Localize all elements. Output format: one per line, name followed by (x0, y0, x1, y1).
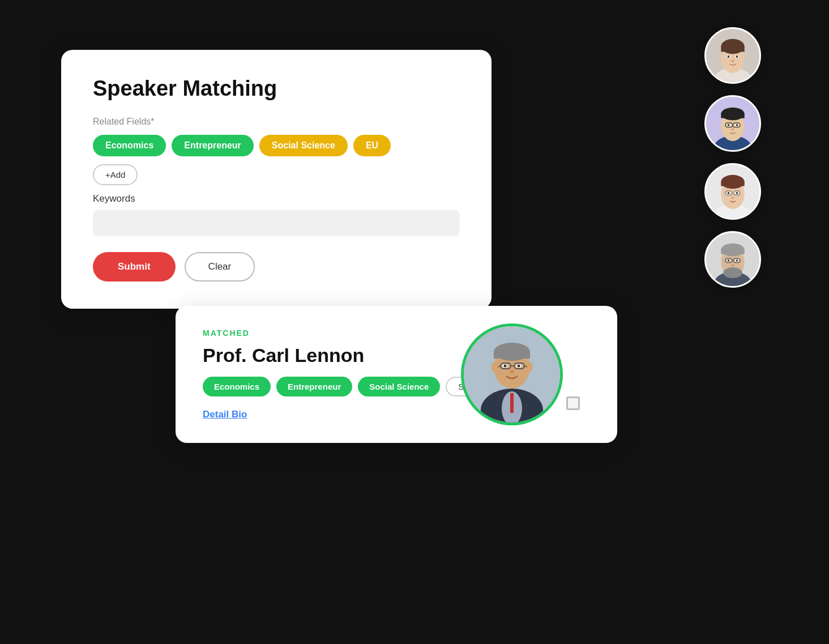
side-avatar-4 (704, 231, 761, 288)
svg-point-16 (510, 370, 514, 373)
avatar-4-svg (706, 233, 759, 286)
related-fields-label: Related Fields* (93, 117, 460, 127)
svg-rect-3 (510, 393, 514, 413)
svg-point-53 (732, 197, 734, 199)
avatars-column (704, 27, 761, 288)
keywords-input[interactable] (93, 210, 460, 236)
svg-point-10 (518, 365, 520, 368)
tag-social-science[interactable]: Social Science (259, 135, 348, 156)
svg-point-26 (728, 56, 730, 58)
side-avatar-1 (704, 27, 761, 84)
svg-point-37 (736, 124, 738, 126)
side-avatar-3 (704, 163, 761, 220)
svg-point-36 (728, 124, 730, 126)
speaker-avatar-ring (461, 323, 563, 425)
svg-point-62 (736, 259, 738, 262)
card-title: Speaker Matching (93, 77, 460, 101)
add-row: +Add (93, 164, 460, 185)
svg-point-18 (527, 362, 533, 372)
svg-point-49 (728, 192, 730, 194)
tags-row: Economics Entrepreneur Social Science EU (93, 135, 460, 156)
side-avatar-2 (704, 95, 761, 152)
svg-point-57 (721, 244, 744, 257)
speaker-avatar-svg (464, 326, 560, 423)
result-tag-entrepreneur[interactable]: Entrepreneur (276, 377, 352, 396)
svg-point-41 (732, 128, 734, 130)
small-square-icon (566, 396, 580, 410)
svg-rect-23 (721, 46, 744, 52)
svg-rect-46 (721, 182, 744, 186)
avatar-2-svg (706, 97, 759, 150)
speaker-matching-card: Speaker Matching Related Fields* Economi… (61, 50, 492, 309)
clear-button[interactable]: Clear (185, 252, 255, 282)
avatar-3-svg (706, 165, 759, 218)
svg-point-9 (504, 365, 507, 368)
keywords-label: Keywords (93, 193, 460, 204)
result-card: MATCHED Prof. Carl Lennon Economics Entr… (176, 306, 617, 443)
svg-point-27 (736, 56, 738, 58)
submit-button[interactable]: Submit (93, 252, 176, 282)
speaker-avatar-container (461, 323, 563, 425)
svg-point-65 (723, 267, 742, 278)
avatar-1-svg (706, 29, 759, 82)
svg-point-61 (728, 259, 730, 262)
svg-point-28 (731, 60, 734, 62)
add-button[interactable]: +Add (93, 164, 138, 185)
svg-point-17 (491, 362, 497, 372)
tag-economics[interactable]: Economics (93, 135, 166, 156)
tag-eu[interactable]: EU (353, 135, 391, 156)
actions-row: Submit Clear (93, 252, 460, 282)
result-tag-economics[interactable]: Economics (203, 377, 271, 396)
svg-rect-6 (494, 352, 530, 359)
svg-point-45 (721, 175, 744, 189)
svg-rect-33 (721, 114, 744, 118)
result-tag-social-science[interactable]: Social Science (358, 377, 440, 396)
svg-rect-58 (721, 250, 744, 254)
svg-point-66 (732, 264, 734, 266)
tag-entrepreneur[interactable]: Entrepreneur (172, 135, 253, 156)
svg-point-50 (736, 192, 738, 194)
detail-bio-link[interactable]: Detail Bio (203, 409, 247, 420)
